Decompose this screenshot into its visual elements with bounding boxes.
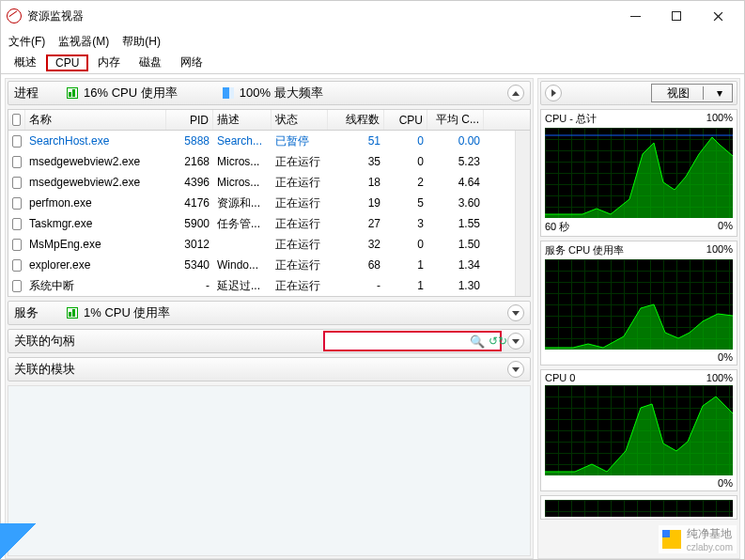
graph-cpu-total: CPU - 总计100% 60 秒0% bbox=[540, 109, 737, 237]
tab-cpu[interactable]: CPU bbox=[46, 54, 88, 71]
services-expand-button[interactable] bbox=[507, 304, 524, 321]
col-desc[interactable]: 描述 bbox=[213, 110, 272, 130]
row-checkbox[interactable] bbox=[8, 131, 25, 151]
cell-status: 正在运行 bbox=[272, 172, 328, 193]
cell-name: SearchHost.exe bbox=[25, 131, 166, 151]
close-button[interactable] bbox=[697, 1, 738, 31]
resource-monitor-window: 资源监视器 文件(F) 监视器(M) 帮助(H) 概述 CPU 内存 磁盘 网络… bbox=[0, 0, 745, 560]
services-header[interactable]: 服务 1% CPU 使用率 bbox=[8, 301, 531, 325]
tab-disk[interactable]: 磁盘 bbox=[130, 53, 171, 72]
cell-avgc: 0.00 bbox=[427, 131, 484, 151]
minimize-button[interactable] bbox=[614, 1, 656, 31]
col-cpu[interactable]: CPU bbox=[384, 110, 427, 130]
cell-name: msedgewebview2.exe bbox=[25, 151, 166, 172]
cell-avgc: 1.30 bbox=[427, 275, 484, 296]
cell-name: MsMpEng.exe bbox=[25, 234, 166, 255]
table-row[interactable]: perfmon.exe4176资源和...正在运行1953.60 bbox=[8, 193, 515, 213]
cell-threads: 32 bbox=[328, 234, 384, 255]
row-checkbox[interactable] bbox=[8, 172, 25, 193]
cell-threads: 68 bbox=[328, 255, 384, 275]
cell-pid: 3012 bbox=[166, 234, 213, 255]
watermark-logo-icon bbox=[662, 530, 681, 549]
handles-header[interactable]: 关联的句柄 🔍 ↺↻ bbox=[8, 329, 531, 353]
cell-pid: 4176 bbox=[166, 193, 213, 213]
row-checkbox[interactable] bbox=[8, 193, 25, 213]
col-avgc[interactable]: 平均 C... bbox=[427, 110, 484, 130]
col-name[interactable]: 名称 bbox=[25, 110, 166, 130]
cell-status: 已暂停 bbox=[272, 131, 328, 151]
cell-desc: Micros... bbox=[213, 151, 272, 172]
processes-title: 进程 bbox=[14, 85, 39, 101]
max-freq-icon bbox=[223, 87, 234, 99]
cell-desc bbox=[213, 234, 272, 255]
view-selector[interactable]: 视图 ▾ bbox=[651, 84, 733, 102]
table-row[interactable]: msedgewebview2.exe2168Micros...正在运行3505.… bbox=[8, 151, 515, 172]
cell-name: perfmon.exe bbox=[25, 193, 166, 213]
menu-monitors[interactable]: 监视器(M) bbox=[58, 34, 109, 50]
content: 进程 16% CPU 使用率 100% 最大频率 名称 PID 描述 状态 线程… bbox=[1, 74, 744, 559]
app-icon bbox=[7, 8, 22, 23]
modules-header[interactable]: 关联的模块 bbox=[8, 357, 531, 381]
titlebar[interactable]: 资源监视器 bbox=[1, 1, 744, 31]
chevron-right-icon bbox=[551, 89, 556, 97]
cell-desc: 延迟过... bbox=[213, 275, 272, 296]
cell-desc: Micros... bbox=[213, 172, 272, 193]
table-row[interactable]: SearchHost.exe5888Search...已暂停5100.00 bbox=[8, 131, 515, 151]
decorative-corner bbox=[0, 523, 37, 560]
menu-help[interactable]: 帮助(H) bbox=[122, 34, 161, 50]
cell-pid: 5888 bbox=[166, 131, 213, 151]
table-row[interactable]: Taskmgr.exe5900任务管...正在运行2731.55 bbox=[8, 213, 515, 234]
vertical-scrollbar[interactable] bbox=[515, 131, 530, 296]
handles-expand-button[interactable] bbox=[507, 333, 524, 350]
cell-pid: - bbox=[166, 275, 213, 296]
cell-desc: 资源和... bbox=[213, 193, 272, 213]
search-icon[interactable]: 🔍 bbox=[470, 334, 485, 349]
row-checkbox[interactable] bbox=[8, 255, 25, 275]
cell-pid: 5900 bbox=[166, 213, 213, 234]
row-checkbox[interactable] bbox=[8, 234, 25, 255]
chevron-down-icon bbox=[512, 367, 520, 372]
cell-name: 系统中断 bbox=[25, 275, 166, 296]
maximize-button[interactable] bbox=[656, 1, 697, 31]
tab-network[interactable]: 网络 bbox=[171, 53, 212, 72]
tab-memory[interactable]: 内存 bbox=[88, 53, 130, 72]
row-checkbox[interactable] bbox=[8, 275, 25, 296]
col-status[interactable]: 状态 bbox=[272, 110, 328, 130]
window-title: 资源监视器 bbox=[27, 8, 84, 24]
g2-label: 服务 CPU 使用率 bbox=[545, 243, 624, 257]
tab-overview[interactable]: 概述 bbox=[5, 53, 46, 72]
cpu-usage-label: 16% CPU 使用率 bbox=[84, 85, 178, 101]
view-label: 视图 bbox=[654, 86, 703, 101]
menu-file[interactable]: 文件(F) bbox=[8, 34, 45, 50]
table-row[interactable]: 系统中断-延迟过...正在运行-11.30 bbox=[8, 275, 515, 296]
cell-avgc: 1.34 bbox=[427, 255, 484, 275]
max-freq-label: 100% 最大频率 bbox=[240, 85, 323, 101]
cell-status: 正在运行 bbox=[272, 234, 328, 255]
cell-threads: 51 bbox=[328, 131, 384, 151]
right-collapse-button[interactable] bbox=[545, 85, 562, 101]
watermark: 纯净基地 czlaby.com bbox=[659, 525, 737, 553]
table-row[interactable]: msedgewebview2.exe4396Micros...正在运行1824.… bbox=[8, 172, 515, 193]
cell-avgc: 5.23 bbox=[427, 151, 484, 172]
cpu-usage-icon bbox=[67, 87, 78, 99]
graph-next bbox=[540, 495, 737, 520]
col-checkbox[interactable] bbox=[8, 110, 25, 130]
cell-desc: Windo... bbox=[213, 255, 272, 275]
tabbar: 概述 CPU 内存 磁盘 网络 bbox=[1, 52, 744, 74]
g2-br: 0% bbox=[718, 351, 733, 363]
table-row[interactable]: MsMpEng.exe3012正在运行3201.50 bbox=[8, 234, 515, 255]
modules-expand-button[interactable] bbox=[507, 361, 524, 378]
handles-search-input[interactable] bbox=[329, 333, 470, 350]
col-threads[interactable]: 线程数 bbox=[328, 110, 384, 130]
processes-header[interactable]: 进程 16% CPU 使用率 100% 最大频率 bbox=[8, 81, 531, 105]
processes-collapse-button[interactable] bbox=[507, 85, 524, 101]
services-cpu-label: 1% CPU 使用率 bbox=[84, 304, 170, 321]
col-pid[interactable]: PID bbox=[166, 110, 213, 130]
cell-name: msedgewebview2.exe bbox=[25, 172, 166, 193]
empty-area bbox=[8, 385, 531, 556]
table-row[interactable]: explorer.exe5340Windo...正在运行6811.34 bbox=[8, 255, 515, 275]
row-checkbox[interactable] bbox=[8, 151, 25, 172]
refresh-icon[interactable]: ↺↻ bbox=[489, 334, 507, 348]
row-checkbox[interactable] bbox=[8, 213, 25, 234]
cell-status: 正在运行 bbox=[272, 151, 328, 172]
